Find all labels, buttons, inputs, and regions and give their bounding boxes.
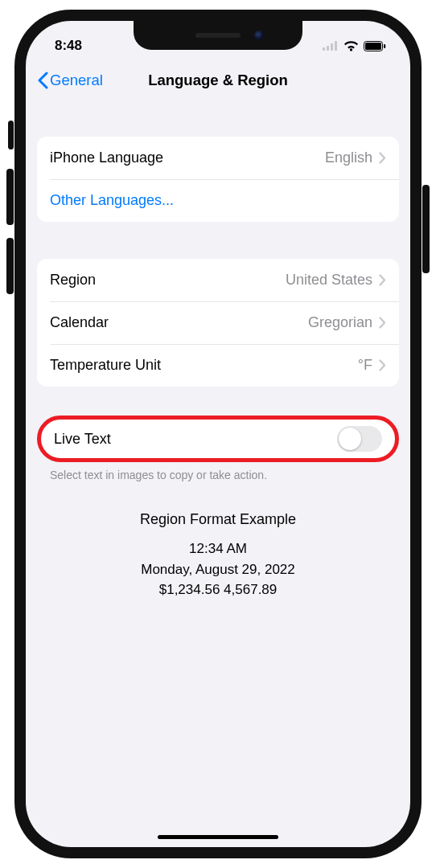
phone-volume-down [6,238,14,294]
calendar-label: Calendar [50,314,308,331]
phone-frame: 8:48 General Language & Re [14,10,422,858]
notch [134,21,302,50]
calendar-row[interactable]: Calendar Gregorian [37,301,399,344]
live-text-label: Live Text [54,431,337,448]
iphone-language-label: iPhone Language [50,149,325,166]
chevron-right-icon [379,152,386,164]
wifi-icon [343,40,359,51]
other-languages-row[interactable]: Other Languages... [37,179,399,222]
language-group: iPhone Language English Other Languages.… [37,137,399,222]
temperature-unit-value: °F [358,357,372,374]
region-row[interactable]: Region United States [37,259,399,301]
status-time: 8:48 [55,38,82,54]
live-text-row[interactable]: Live Text [41,420,395,458]
cellular-icon [323,41,339,51]
svg-rect-5 [365,43,381,50]
svg-rect-0 [323,47,325,51]
back-label: General [50,72,103,89]
calendar-value: Gregorian [308,314,372,331]
example-currency: $1,234.56 4,567.89 [37,579,399,600]
phone-volume-up [6,169,14,225]
chevron-left-icon [37,72,48,89]
chevron-right-icon [379,274,386,286]
back-button[interactable]: General [37,61,103,100]
phone-side-button [422,185,430,273]
toggle-knob [339,428,361,450]
iphone-language-row[interactable]: iPhone Language English [37,137,399,179]
screen: 8:48 General Language & Re [26,21,410,847]
other-languages-label: Other Languages... [50,192,386,209]
page-title: Language & Region [148,72,288,89]
live-text-group: Live Text [37,416,399,462]
region-value: United States [286,272,372,289]
region-format-example: Region Format Example 12:34 AM Monday, A… [37,509,399,600]
live-text-footer: Select text in images to copy or take ac… [37,462,399,481]
nav-bar: General Language & Region [26,61,410,100]
svg-rect-3 [335,41,337,51]
example-title: Region Format Example [37,509,399,530]
front-camera [254,31,264,40]
chevron-right-icon [379,359,386,371]
temperature-unit-row[interactable]: Temperature Unit °F [37,344,399,387]
battery-icon [364,41,386,51]
svg-rect-1 [327,46,329,51]
svg-rect-2 [331,43,333,51]
example-time: 12:34 AM [37,538,399,559]
live-text-toggle[interactable] [337,426,382,452]
chevron-right-icon [379,317,386,329]
svg-rect-6 [384,44,385,48]
example-date: Monday, August 29, 2022 [37,559,399,580]
home-indicator[interactable] [158,835,278,839]
region-settings-group: Region United States Calendar Gregorian … [37,259,399,387]
temperature-unit-label: Temperature Unit [50,357,358,374]
region-label: Region [50,272,286,289]
speaker-grille [195,33,241,38]
iphone-language-value: English [325,149,372,166]
phone-silence-switch [8,121,14,149]
